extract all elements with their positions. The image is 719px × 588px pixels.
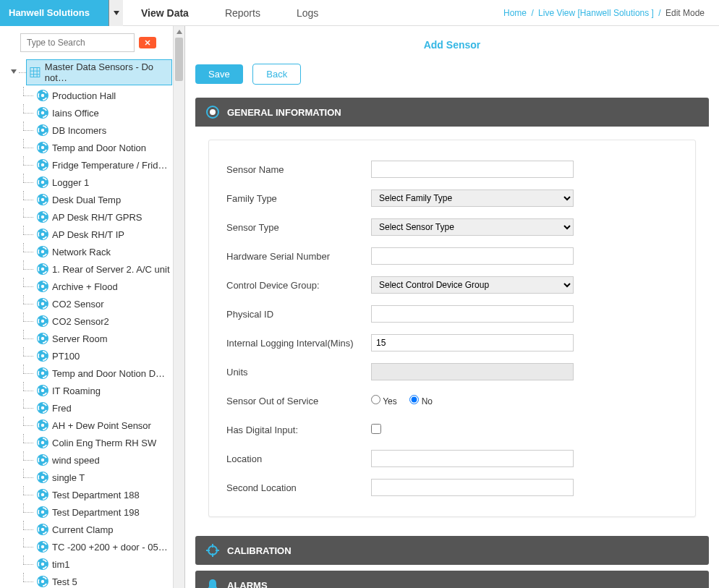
tree-item[interactable]: Test Department 188 [36, 486, 172, 503]
svg-point-52 [41, 459, 44, 461]
breadcrumb: Home / Live View [Hanwell Solutions ] / … [503, 8, 719, 18]
svg-point-10 [41, 94, 44, 97]
sensor-icon [36, 558, 49, 571]
select-control-group[interactable]: Select Control Device Group [371, 276, 574, 294]
panel-alarms-header[interactable]: ALARMS [195, 571, 709, 588]
sensor-icon [36, 384, 49, 397]
scrollbar[interactable] [173, 26, 184, 588]
input-sensor-name[interactable] [371, 161, 574, 178]
tree-item[interactable]: Logger 1 [36, 174, 172, 191]
tree-item[interactable]: IT Roaming [36, 382, 172, 399]
tree-item[interactable]: AH + Dew Point Sensor [36, 417, 172, 434]
tree: Master Data Sensors - Do not… Production… [0, 59, 172, 588]
radio-active-icon [205, 105, 220, 119]
tree-item[interactable]: Server Room [36, 330, 172, 347]
tree-item[interactable]: Temp and Door Notion D… [36, 365, 172, 382]
bell-icon [205, 578, 220, 588]
tree-item[interactable]: Fridge Temperature / Frid… [36, 156, 172, 174]
save-button[interactable]: Save [195, 64, 243, 84]
clear-search-button[interactable] [139, 37, 156, 48]
tree-item-label: AH + Dew Point Sensor [52, 420, 151, 431]
tree-item-label: AP Desk RH/T GPRS [52, 212, 142, 223]
tree-item[interactable]: wind speed [36, 451, 172, 469]
sensor-icon [36, 176, 49, 189]
tree-item[interactable]: Desk Dual Temp [36, 191, 172, 208]
label-units: Units [226, 367, 371, 378]
tree-item-label: PT100 [52, 351, 80, 362]
tree-item[interactable]: 1. Rear of Server 2. A/C unit [36, 260, 172, 278]
tree-item-label: Colin Eng Therm RH SW [52, 438, 156, 448]
tree-item[interactable]: CO2 Sensor [36, 295, 172, 312]
label-second-location: Second Location [226, 482, 371, 493]
sensor-icon [36, 228, 49, 241]
tree-item[interactable]: single T [36, 469, 172, 486]
svg-point-12 [41, 111, 44, 114]
tree-collapse-icon[interactable] [10, 69, 17, 76]
panel-general-header[interactable]: GENERAL INFORMATION [195, 98, 709, 127]
breadcrumb-home[interactable]: Home [503, 8, 527, 18]
svg-point-36 [41, 320, 44, 323]
radio-oos-no[interactable]: No [409, 396, 433, 406]
tree-item[interactable]: Iains Office [36, 104, 172, 122]
radio-oos-yes[interactable]: Yes [371, 396, 397, 406]
tree-item[interactable]: AP Desk RH/T GPRS [36, 208, 172, 226]
chevron-down-icon[interactable] [109, 0, 123, 26]
tree-item-label: single T [52, 472, 85, 483]
input-second-location[interactable] [371, 479, 574, 496]
scroll-thumb[interactable] [175, 38, 183, 81]
tree-item-label: Test 5 [52, 576, 77, 587]
scroll-up-icon[interactable] [174, 26, 184, 38]
sensor-icon [36, 436, 49, 449]
input-log-interval[interactable] [371, 334, 574, 351]
sensor-icon [36, 106, 49, 119]
grid-icon [30, 67, 41, 78]
svg-point-38 [41, 337, 44, 340]
back-button[interactable]: Back [252, 64, 301, 85]
select-sensor-type[interactable]: Select Sensor Type [371, 218, 574, 236]
tree-item[interactable]: CO2 Sensor2 [36, 312, 172, 330]
tree-item-label: Fred [52, 403, 72, 414]
breadcrumb-live[interactable]: Live View [Hanwell Solutions ] [538, 8, 654, 18]
svg-point-28 [41, 250, 44, 253]
tab-view-data[interactable]: View Data [123, 7, 207, 19]
svg-marker-0 [114, 11, 119, 15]
label-out-of-service: Sensor Out of Service [226, 396, 371, 406]
tree-root[interactable]: Master Data Sensors - Do not… [26, 59, 172, 85]
input-physical-id[interactable] [371, 305, 574, 323]
tree-item[interactable]: Current Clamp [36, 521, 172, 538]
tree-item[interactable]: PT100 [36, 347, 172, 365]
panel-calibration-header[interactable]: CALIBRATION [195, 536, 709, 565]
tree-item[interactable]: Production Hall [36, 87, 172, 104]
tree-item[interactable]: Archive + Flood [36, 278, 172, 295]
select-family-type[interactable]: Select Family Type [371, 189, 574, 207]
svg-point-60 [41, 528, 44, 531]
label-control-group: Control Device Group: [226, 280, 371, 291]
sensor-icon [36, 332, 49, 345]
tree-item-label: Iains Office [52, 108, 99, 119]
tab-reports[interactable]: Reports [207, 7, 278, 19]
search-input[interactable] [20, 33, 135, 52]
svg-point-18 [41, 163, 44, 166]
tree-root-label: Master Data Sensors - Do not… [45, 61, 169, 83]
tree-item[interactable]: Temp and Door Notion [36, 139, 172, 156]
tree-item[interactable]: Colin Eng Therm RH SW [36, 434, 172, 451]
svg-point-14 [41, 129, 44, 132]
tree-item[interactable]: AP Desk RH/T IP [36, 226, 172, 243]
tree-item[interactable]: TC -200 +200 + door - 05… [36, 538, 172, 555]
main: Add Sensor Save Back GENERAL INFORMATION… [185, 26, 719, 588]
tree-item-label: Temp and Door Notion D… [52, 368, 165, 379]
tab-logs[interactable]: Logs [278, 7, 336, 19]
checkbox-has-digital[interactable] [371, 424, 381, 434]
tree-item[interactable]: Fred [36, 399, 172, 417]
svg-point-48 [41, 424, 44, 427]
tree-item[interactable]: DB Incomers [36, 122, 172, 139]
input-hw-serial[interactable] [371, 247, 574, 265]
svg-point-32 [41, 285, 44, 288]
input-location[interactable] [371, 450, 574, 467]
tree-item[interactable]: Test Department 198 [36, 503, 172, 521]
site-dropdown[interactable]: Hanwell Solutions [0, 0, 123, 26]
tree-item[interactable]: Test 5 [36, 573, 172, 588]
tree-item[interactable]: tim1 [36, 555, 172, 573]
tree-item[interactable]: Network Rack [36, 243, 172, 260]
label-sensor-name: Sensor Name [226, 164, 371, 175]
